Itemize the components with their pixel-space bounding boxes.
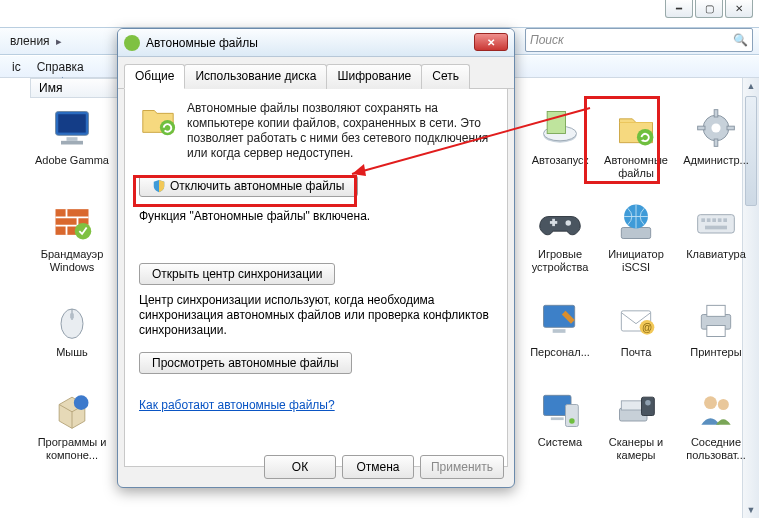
search-input[interactable]: Поиск 🔍 <box>525 28 753 52</box>
item-system[interactable]: Система <box>520 386 600 449</box>
box-icon <box>48 386 96 434</box>
svg-rect-22 <box>714 139 718 146</box>
menu-item-other[interactable]: іс <box>4 60 29 74</box>
item-printers[interactable]: Принтеры <box>676 296 756 359</box>
item-mail[interactable]: @ Почта <box>596 296 676 359</box>
svg-point-55 <box>160 120 175 135</box>
chevron-down-icon[interactable]: ▸ <box>56 35 62 48</box>
item-label: Сканеры и камеры <box>596 436 676 462</box>
svg-rect-21 <box>714 110 718 117</box>
scanner-icon <box>612 386 660 434</box>
svg-rect-13 <box>70 313 74 319</box>
item-neighbors[interactable]: Соседние пользоват... <box>676 386 756 462</box>
tab-encryption[interactable]: Шифрование <box>326 64 422 89</box>
maximize-button[interactable]: ▢ <box>695 0 723 18</box>
item-label: Клавиатура <box>676 248 756 261</box>
item-label: Программы и компоне... <box>32 436 112 462</box>
item-label: Игровые устройства <box>520 248 600 274</box>
globe-drive-icon <box>612 198 660 246</box>
scroll-up-icon[interactable]: ▲ <box>743 78 759 94</box>
svg-rect-36 <box>705 226 727 230</box>
item-label: Система <box>520 436 600 449</box>
item-adobe-gamma[interactable]: Adobe Gamma <box>32 104 112 167</box>
svg-text:@: @ <box>642 322 652 333</box>
scroll-down-icon[interactable]: ▼ <box>743 502 759 518</box>
item-admin[interactable]: Администр... <box>676 104 756 167</box>
item-personalization[interactable]: Персонал... <box>520 296 600 359</box>
item-scanners[interactable]: Сканеры и камеры <box>596 386 676 462</box>
item-games[interactable]: Игровые устройства <box>520 198 600 274</box>
highlight-box-button <box>133 175 357 207</box>
svg-rect-1 <box>58 114 86 132</box>
svg-rect-34 <box>718 218 722 222</box>
item-label: Почта <box>596 346 676 359</box>
tab-general[interactable]: Общие <box>124 64 185 89</box>
close-button[interactable]: ✕ <box>474 33 508 51</box>
folder-sync-icon <box>139 101 177 139</box>
ok-button[interactable]: ОК <box>264 455 336 479</box>
svg-point-54 <box>718 399 729 410</box>
keyboard-icon <box>692 198 740 246</box>
item-label: Администр... <box>676 154 756 167</box>
button-label: Просмотреть автономные файлы <box>152 356 339 370</box>
svg-rect-28 <box>621 228 650 239</box>
minimize-button[interactable]: ━ <box>665 0 693 18</box>
svg-point-25 <box>566 220 572 226</box>
svg-rect-32 <box>707 218 711 222</box>
mail-icon: @ <box>612 296 660 344</box>
item-keyboard[interactable]: Клавиатура <box>676 198 756 261</box>
item-mouse[interactable]: Мышь <box>32 296 112 359</box>
description-text: Автономные файлы позволяют сохранять на … <box>187 101 493 161</box>
wclose-button[interactable]: ✕ <box>725 0 753 18</box>
svg-rect-3 <box>61 141 83 145</box>
highlight-box-icon <box>584 96 660 184</box>
search-placeholder: Поиск <box>530 33 564 47</box>
svg-rect-31 <box>701 218 705 222</box>
svg-rect-24 <box>727 126 734 130</box>
svg-rect-51 <box>642 397 655 415</box>
svg-rect-46 <box>551 417 564 420</box>
tab-network[interactable]: Сеть <box>421 64 470 89</box>
firewall-icon <box>48 198 96 246</box>
cancel-button[interactable]: Отмена <box>342 455 414 479</box>
svg-rect-38 <box>553 329 566 333</box>
mouse-icon <box>48 296 96 344</box>
menu-item-help[interactable]: Справка <box>29 60 92 74</box>
offline-files-dialog: Автономные файлы ✕ Общие Использование д… <box>117 28 515 488</box>
item-label: Мышь <box>32 346 112 359</box>
svg-rect-27 <box>552 219 555 226</box>
svg-rect-33 <box>712 218 716 222</box>
item-firewall[interactable]: Брандмауэр Windows <box>32 198 112 274</box>
gear-icon <box>692 104 740 152</box>
svg-rect-17 <box>547 112 565 134</box>
view-offline-files-button[interactable]: Просмотреть автономные файлы <box>139 352 352 374</box>
printer-icon <box>692 296 740 344</box>
dialog-button-row: ОК Отмена Применить <box>264 455 504 479</box>
apply-button[interactable]: Применить <box>420 455 504 479</box>
item-label: Принтеры <box>676 346 756 359</box>
breadcrumb-fragment[interactable]: вления <box>4 34 56 48</box>
item-label: Adobe Gamma <box>32 154 112 167</box>
sync-description: Центр синхронизации используют, когда не… <box>139 293 493 338</box>
column-header-name[interactable]: Имя <box>30 78 120 98</box>
item-label: Брандмауэр Windows <box>32 248 112 274</box>
monitor-icon <box>48 104 96 152</box>
svg-point-20 <box>711 123 720 132</box>
svg-rect-44 <box>707 326 725 337</box>
open-sync-center-button[interactable]: Открыть центр синхронизации <box>139 263 335 285</box>
monitor-paint-icon <box>536 296 584 344</box>
search-icon: 🔍 <box>733 33 748 47</box>
dialog-titlebar[interactable]: Автономные файлы ✕ <box>118 29 514 57</box>
item-programs[interactable]: Программы и компоне... <box>32 386 112 462</box>
item-label: Соседние пользоват... <box>676 436 756 462</box>
tab-disk-usage[interactable]: Использование диска <box>184 64 327 89</box>
svg-rect-2 <box>67 137 78 141</box>
help-link[interactable]: Как работают автономные файлы? <box>139 398 335 412</box>
svg-point-52 <box>645 400 651 406</box>
window-controls: ━ ▢ ✕ <box>665 0 753 18</box>
button-label: Открыть центр синхронизации <box>152 267 322 281</box>
sync-icon <box>124 35 140 51</box>
item-iscsi[interactable]: Инициатор iSCSI <box>596 198 676 274</box>
gamepad-icon <box>536 198 584 246</box>
svg-rect-43 <box>707 305 725 316</box>
